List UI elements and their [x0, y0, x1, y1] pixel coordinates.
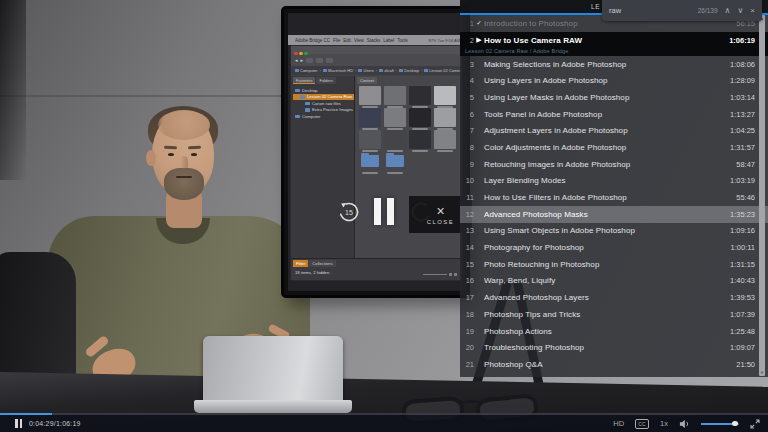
image-thumbnail[interactable] — [434, 86, 456, 105]
breadcrumb-item[interactable]: Lesson 02 Camera Raw — [424, 68, 461, 73]
lesson-duration: 1:09:16 — [730, 226, 755, 235]
close-label: CLOSE — [427, 219, 454, 225]
playlist-rows: 1✓Introduction to Photoshop56:152▶How to… — [460, 15, 768, 373]
playlist-item-17[interactable]: 17Advanced Photoshop Layers1:39:53 — [460, 289, 768, 306]
image-thumbnail[interactable] — [384, 130, 406, 149]
lesson-number: 18 — [464, 310, 474, 319]
folder-icon — [424, 69, 428, 72]
folder-icon — [399, 69, 403, 72]
lesson-duration: 1:03:19 — [730, 176, 755, 185]
bridge-breadcrumb: Computer›Macintosh HD›Users›zkraft›Deskt… — [291, 66, 461, 75]
previous-match-button[interactable]: ∧ — [725, 7, 731, 15]
next-match-button[interactable]: ∨ — [737, 7, 743, 15]
folder-thumbnail[interactable] — [384, 152, 406, 171]
lesson-number: 6 — [464, 110, 474, 119]
volume-slider[interactable] — [701, 423, 739, 425]
playlist-item-8[interactable]: 8Color Adjustments in Adobe Photoshop1:3… — [460, 139, 768, 156]
lesson-duration: 1:25:48 — [730, 327, 755, 336]
lesson-number: 7 — [464, 126, 474, 135]
lesson-title: Making Selections in Adobe Photoshop — [484, 60, 730, 69]
lesson-title: Retouching Images in Adobe Photoshop — [484, 160, 736, 169]
lesson-duration: 1:40:43 — [730, 276, 755, 285]
playlist-item-16[interactable]: 16Warp, Bend, Liquify1:40:43 — [460, 273, 768, 290]
bridge-menu-item[interactable]: Label — [383, 38, 394, 43]
image-thumbnail[interactable] — [434, 108, 456, 127]
tree-item[interactable]: Computer — [293, 113, 354, 120]
playlist-item-4[interactable]: 4Using Layers in Adobe Photoshop1:28:09 — [460, 72, 768, 89]
macbook-lid — [203, 336, 343, 402]
macos-menubar: Adobe Bridge CCFileEditViewStacksLabelTo… — [288, 35, 463, 45]
tab-folders[interactable]: Folders — [316, 77, 335, 84]
playlist-item-2[interactable]: 2▶How to Use Camera RAW1:06:19Lesson 02 … — [460, 32, 768, 56]
playlist-item-9[interactable]: 9Retouching Images in Adobe Photoshop58:… — [460, 156, 768, 173]
playlist-item-6[interactable]: 6Tools Panel in Adobe Photoshop1:13:27 — [460, 106, 768, 123]
tab-collections[interactable]: Collections — [309, 260, 335, 267]
fullscreen-button[interactable] — [750, 415, 760, 432]
bridge-menu-item[interactable]: View — [354, 38, 364, 43]
playlist-item-21[interactable]: 21Photoshop Q&A21:50 — [460, 356, 768, 373]
playlist-item-15[interactable]: 15Photo Retouching in Photoshop1:31:15 — [460, 256, 768, 273]
image-thumbnail[interactable] — [409, 86, 431, 105]
pause-toggle-button[interactable] — [15, 419, 22, 428]
playlist-item-7[interactable]: 7Adjustment Layers in Adobe Photoshop1:0… — [460, 122, 768, 139]
breadcrumb-item[interactable]: Macintosh HD — [323, 68, 353, 73]
close-search-button[interactable]: × — [750, 7, 755, 15]
skip-back-15-button[interactable]: 15 — [337, 200, 361, 224]
image-thumbnail[interactable] — [359, 130, 381, 149]
lesson-number: 10 — [464, 176, 474, 185]
toolbar-icon — [316, 58, 323, 63]
toolbar-icon — [306, 58, 313, 63]
playlist-item-18[interactable]: 18Photoshop Tips and Tricks1:07:39 — [460, 306, 768, 323]
breadcrumb-item[interactable]: Computer — [295, 68, 318, 73]
scroll-down-icon[interactable]: ▼ — [759, 370, 765, 375]
toolbar-icon — [326, 58, 333, 63]
playlist-item-20[interactable]: 20Troubleshooting Photoshop1:09:07 — [460, 339, 768, 356]
image-thumbnail[interactable] — [384, 86, 406, 105]
playlist-item-13[interactable]: 13Using Smart Objects in Adobe Photoshop… — [460, 223, 768, 240]
lesson-number: 14 — [464, 243, 474, 252]
bridge-menu-item[interactable]: File — [333, 38, 340, 43]
folder-icon — [358, 69, 362, 72]
tab-filter[interactable]: Filter — [293, 260, 308, 267]
bridge-screen: Adobe Bridge CCFileEditViewStacksLabelTo… — [288, 13, 463, 291]
tab-favorites[interactable]: Favorites — [293, 77, 315, 84]
presenter-beard — [164, 168, 204, 200]
breadcrumb-item[interactable]: Desktop — [399, 68, 419, 73]
lesson-duration: 55:46 — [736, 193, 755, 202]
back-icon: ◂ — [295, 57, 298, 63]
playlist-item-11[interactable]: 11How to Use Filters in Adobe Photoshop5… — [460, 189, 768, 206]
quality-button[interactable]: HD — [613, 419, 624, 428]
lesson-duration: 1:35:23 — [730, 210, 755, 219]
captions-button[interactable]: CC — [635, 419, 649, 429]
pause-button[interactable] — [374, 198, 396, 225]
lesson-number: 2 — [464, 36, 474, 45]
playlist-item-5[interactable]: 5Using Layer Masks in Adobe Photoshop1:0… — [460, 89, 768, 106]
folder-icon — [379, 69, 383, 72]
lesson-duration: 1:28:09 — [730, 76, 755, 85]
playlist-item-3[interactable]: 3Making Selections in Adobe Photoshop1:0… — [460, 56, 768, 73]
image-thumbnail[interactable] — [384, 108, 406, 127]
image-thumbnail[interactable] — [359, 108, 381, 127]
playlist-item-14[interactable]: 14Photography for Photoshop1:00:11 — [460, 239, 768, 256]
lesson-title: Troubleshooting Photoshop — [484, 343, 730, 352]
volume-icon[interactable] — [679, 415, 690, 432]
lesson-number: 8 — [464, 143, 474, 152]
image-thumbnail[interactable] — [409, 130, 431, 149]
image-thumbnail[interactable] — [434, 130, 456, 149]
playlist-item-10[interactable]: 10Layer Blending Modes1:03:19 — [460, 173, 768, 190]
breadcrumb-item[interactable]: zkraft — [379, 68, 394, 73]
playlist-scrollbar[interactable]: ▲ ▼ — [759, 15, 765, 376]
image-thumbnail[interactable] — [409, 108, 431, 127]
bridge-menu-item[interactable]: Stacks — [367, 38, 381, 43]
breadcrumb-item[interactable]: Users — [358, 68, 373, 73]
playlist-item-12[interactable]: 12Advanced Photoshop Masks1:35:23 — [460, 206, 768, 223]
playlist-item-19[interactable]: 19Photoshop Actions1:25:48 — [460, 323, 768, 340]
bridge-menu-item[interactable]: Edit — [343, 38, 351, 43]
lesson-title: Warp, Bend, Liquify — [484, 276, 730, 285]
image-thumbnail[interactable] — [359, 86, 381, 105]
speed-button[interactable]: 1x — [660, 419, 668, 428]
search-input[interactable]: raw — [609, 6, 691, 15]
folder-thumbnail[interactable] — [359, 152, 381, 171]
lesson-number: 11 — [464, 193, 474, 202]
bridge-menu-item[interactable]: Tools — [397, 38, 408, 43]
